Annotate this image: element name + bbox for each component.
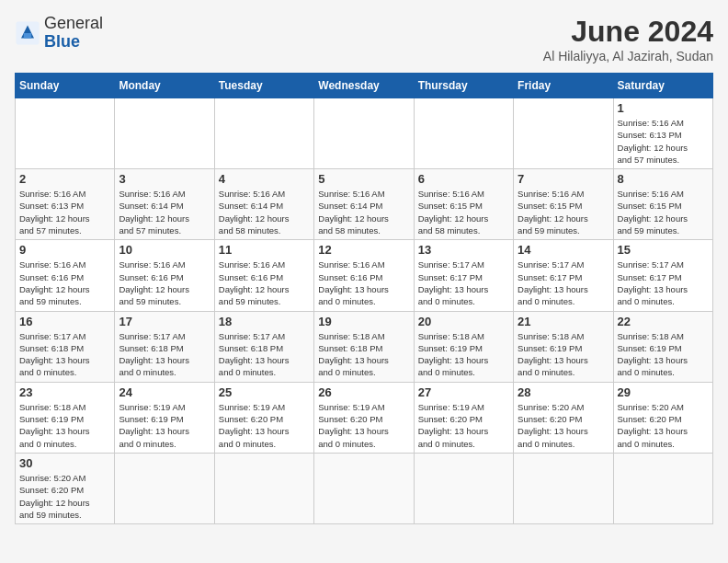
weekday-header-sunday: Sunday <box>16 74 115 98</box>
svg-rect-2 <box>24 33 31 39</box>
weekday-header-thursday: Thursday <box>414 74 513 98</box>
calendar-cell: 8Sunrise: 5:16 AM Sunset: 6:15 PM Daylig… <box>613 169 712 240</box>
day-info: Sunrise: 5:16 AM Sunset: 6:16 PM Dayligh… <box>119 259 210 307</box>
day-info: Sunrise: 5:19 AM Sunset: 6:20 PM Dayligh… <box>219 401 310 450</box>
day-number: 7 <box>518 172 609 186</box>
day-info: Sunrise: 5:16 AM Sunset: 6:16 PM Dayligh… <box>19 259 110 307</box>
general-blue-logo-icon <box>15 20 40 46</box>
day-number: 5 <box>318 172 409 186</box>
calendar-cell <box>115 98 214 169</box>
day-number: 25 <box>219 385 310 399</box>
day-info: Sunrise: 5:18 AM Sunset: 6:18 PM Dayligh… <box>318 330 409 379</box>
day-info: Sunrise: 5:18 AM Sunset: 6:19 PM Dayligh… <box>19 401 110 450</box>
day-number: 3 <box>119 172 210 186</box>
day-number: 6 <box>418 172 509 186</box>
day-info: Sunrise: 5:20 AM Sunset: 6:20 PM Dayligh… <box>19 472 110 521</box>
day-number: 8 <box>618 172 709 186</box>
calendar-cell <box>414 453 513 523</box>
day-info: Sunrise: 5:16 AM Sunset: 6:14 PM Dayligh… <box>219 188 310 236</box>
calendar-cell: 7Sunrise: 5:16 AM Sunset: 6:15 PM Daylig… <box>514 169 613 240</box>
day-info: Sunrise: 5:19 AM Sunset: 6:19 PM Dayligh… <box>119 401 210 450</box>
day-info: Sunrise: 5:19 AM Sunset: 6:20 PM Dayligh… <box>418 401 509 450</box>
calendar-cell: 12Sunrise: 5:16 AM Sunset: 6:16 PM Dayli… <box>314 240 414 311</box>
day-number: 12 <box>318 243 409 257</box>
calendar-cell <box>214 453 313 523</box>
logo-general: General <box>44 15 103 33</box>
calendar-week-6: 30Sunrise: 5:20 AM Sunset: 6:20 PM Dayli… <box>16 453 713 523</box>
day-info: Sunrise: 5:16 AM Sunset: 6:16 PM Dayligh… <box>318 259 409 307</box>
day-info: Sunrise: 5:18 AM Sunset: 6:19 PM Dayligh… <box>618 330 709 379</box>
day-number: 18 <box>219 315 310 328</box>
calendar-cell: 28Sunrise: 5:20 AM Sunset: 6:20 PM Dayli… <box>514 382 613 453</box>
day-info: Sunrise: 5:16 AM Sunset: 6:15 PM Dayligh… <box>518 188 609 236</box>
day-number: 26 <box>318 385 409 399</box>
day-info: Sunrise: 5:16 AM Sunset: 6:15 PM Dayligh… <box>618 188 709 236</box>
day-number: 16 <box>19 315 110 328</box>
day-number: 22 <box>618 315 709 328</box>
day-info: Sunrise: 5:20 AM Sunset: 6:20 PM Dayligh… <box>618 401 709 450</box>
calendar-cell <box>314 98 414 169</box>
day-number: 4 <box>219 172 310 186</box>
calendar-week-2: 2Sunrise: 5:16 AM Sunset: 6:13 PM Daylig… <box>16 169 713 240</box>
logo-blue: Blue <box>44 33 103 52</box>
calendar-week-3: 9Sunrise: 5:16 AM Sunset: 6:16 PM Daylig… <box>16 240 713 311</box>
day-number: 9 <box>19 243 110 257</box>
calendar-cell: 13Sunrise: 5:17 AM Sunset: 6:17 PM Dayli… <box>414 240 513 311</box>
calendar-cell: 27Sunrise: 5:19 AM Sunset: 6:20 PM Dayli… <box>414 382 513 453</box>
calendar-cell <box>214 98 313 169</box>
day-info: Sunrise: 5:16 AM Sunset: 6:14 PM Dayligh… <box>318 188 409 236</box>
day-info: Sunrise: 5:18 AM Sunset: 6:19 PM Dayligh… <box>518 330 609 379</box>
day-info: Sunrise: 5:16 AM Sunset: 6:15 PM Dayligh… <box>418 188 509 236</box>
calendar-cell: 5Sunrise: 5:16 AM Sunset: 6:14 PM Daylig… <box>314 169 414 240</box>
calendar-cell: 21Sunrise: 5:18 AM Sunset: 6:19 PM Dayli… <box>514 311 613 382</box>
day-number: 24 <box>119 385 210 399</box>
day-info: Sunrise: 5:17 AM Sunset: 6:17 PM Dayligh… <box>618 259 709 307</box>
weekday-header-wednesday: Wednesday <box>314 74 414 98</box>
day-number: 11 <box>219 243 310 257</box>
calendar-cell <box>16 98 115 169</box>
calendar-cell: 1Sunrise: 5:16 AM Sunset: 6:13 PM Daylig… <box>613 98 712 169</box>
calendar-week-1: 1Sunrise: 5:16 AM Sunset: 6:13 PM Daylig… <box>16 98 713 169</box>
calendar-week-5: 23Sunrise: 5:18 AM Sunset: 6:19 PM Dayli… <box>16 382 713 453</box>
calendar-cell: 2Sunrise: 5:16 AM Sunset: 6:13 PM Daylig… <box>16 169 115 240</box>
day-number: 1 <box>618 101 709 115</box>
calendar-cell: 14Sunrise: 5:17 AM Sunset: 6:17 PM Dayli… <box>514 240 613 311</box>
calendar-cell: 6Sunrise: 5:16 AM Sunset: 6:15 PM Daylig… <box>414 169 513 240</box>
day-info: Sunrise: 5:16 AM Sunset: 6:16 PM Dayligh… <box>219 259 310 307</box>
calendar-cell <box>613 453 712 523</box>
calendar-cell: 25Sunrise: 5:19 AM Sunset: 6:20 PM Dayli… <box>214 382 313 453</box>
header: General Blue June 2024 Al Hilaliyya, Al … <box>15 15 713 63</box>
day-number: 2 <box>19 172 110 186</box>
calendar-cell <box>115 453 214 523</box>
calendar-cell: 26Sunrise: 5:19 AM Sunset: 6:20 PM Dayli… <box>314 382 414 453</box>
day-info: Sunrise: 5:18 AM Sunset: 6:19 PM Dayligh… <box>418 330 509 379</box>
calendar-cell: 11Sunrise: 5:16 AM Sunset: 6:16 PM Dayli… <box>214 240 313 311</box>
calendar-cell: 15Sunrise: 5:17 AM Sunset: 6:17 PM Dayli… <box>613 240 712 311</box>
calendar-cell: 17Sunrise: 5:17 AM Sunset: 6:18 PM Dayli… <box>115 311 214 382</box>
day-info: Sunrise: 5:16 AM Sunset: 6:13 PM Dayligh… <box>19 188 110 236</box>
weekday-header-saturday: Saturday <box>613 74 712 98</box>
day-number: 21 <box>518 315 609 328</box>
title-area: June 2024 Al Hilaliyya, Al Jazirah, Suda… <box>543 15 713 63</box>
day-info: Sunrise: 5:17 AM Sunset: 6:17 PM Dayligh… <box>418 259 509 307</box>
day-number: 23 <box>19 385 110 399</box>
calendar-cell: 23Sunrise: 5:18 AM Sunset: 6:19 PM Dayli… <box>16 382 115 453</box>
calendar-cell <box>514 98 613 169</box>
calendar-cell: 19Sunrise: 5:18 AM Sunset: 6:18 PM Dayli… <box>314 311 414 382</box>
weekday-header-friday: Friday <box>514 74 613 98</box>
day-info: Sunrise: 5:16 AM Sunset: 6:13 PM Dayligh… <box>618 117 709 166</box>
day-info: Sunrise: 5:17 AM Sunset: 6:17 PM Dayligh… <box>518 259 609 307</box>
day-number: 20 <box>418 315 509 328</box>
weekday-header-monday: Monday <box>115 74 214 98</box>
day-number: 15 <box>618 243 709 257</box>
calendar-cell <box>514 453 613 523</box>
calendar-cell: 20Sunrise: 5:18 AM Sunset: 6:19 PM Dayli… <box>414 311 513 382</box>
calendar-cell: 10Sunrise: 5:16 AM Sunset: 6:16 PM Dayli… <box>115 240 214 311</box>
day-number: 29 <box>618 385 709 399</box>
calendar-cell: 29Sunrise: 5:20 AM Sunset: 6:20 PM Dayli… <box>613 382 712 453</box>
weekday-header-tuesday: Tuesday <box>214 74 313 98</box>
calendar-body: 1Sunrise: 5:16 AM Sunset: 6:13 PM Daylig… <box>16 98 713 524</box>
day-info: Sunrise: 5:20 AM Sunset: 6:20 PM Dayligh… <box>518 401 609 450</box>
logo: General Blue <box>15 15 103 52</box>
logo-text: General Blue <box>44 15 103 52</box>
